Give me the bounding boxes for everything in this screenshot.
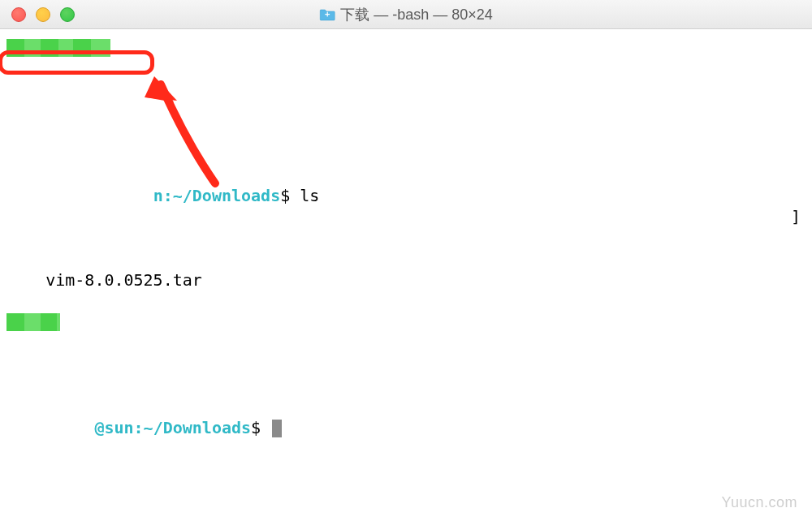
terminal-line-1: n:~/Downloads$ ls ] xyxy=(6,37,806,248)
minimize-button[interactable] xyxy=(36,7,50,22)
command-text: ls xyxy=(300,186,319,205)
watermark-text: Yuucn.com xyxy=(721,494,797,511)
terminal-line-2: vim-8.0.0525.tar xyxy=(6,248,806,312)
prompt-path: ~/Downloads xyxy=(173,186,280,205)
traffic-lights xyxy=(0,7,75,22)
close-button[interactable] xyxy=(11,7,26,22)
svg-rect-1 xyxy=(327,11,328,16)
ls-output-filename: vim-8.0.0525.tar xyxy=(45,270,202,290)
prompt-dollar: $ xyxy=(280,186,290,205)
window-titlebar: 下载 — -bash — 80×24 xyxy=(0,0,812,29)
terminal-line-3: @sun:~/Downloads$ xyxy=(6,312,806,459)
prompt-dollar-2: $ xyxy=(251,418,261,437)
prompt-host: @sun: xyxy=(94,418,143,437)
maximize-button[interactable] xyxy=(60,7,75,22)
window-title-text: 下载 — -bash — 80×24 xyxy=(340,5,493,24)
terminal-content[interactable]: n:~/Downloads$ ls ] vim-8.0.0525.tar @su… xyxy=(0,29,812,466)
line-end-bracket: ] xyxy=(791,206,801,227)
folder-icon xyxy=(319,8,335,21)
terminal-cursor xyxy=(272,420,282,437)
prompt-user xyxy=(45,186,75,205)
prompt-path-2: ~/Downloads xyxy=(144,418,251,437)
window-title: 下载 — -bash — 80×24 xyxy=(319,5,493,24)
